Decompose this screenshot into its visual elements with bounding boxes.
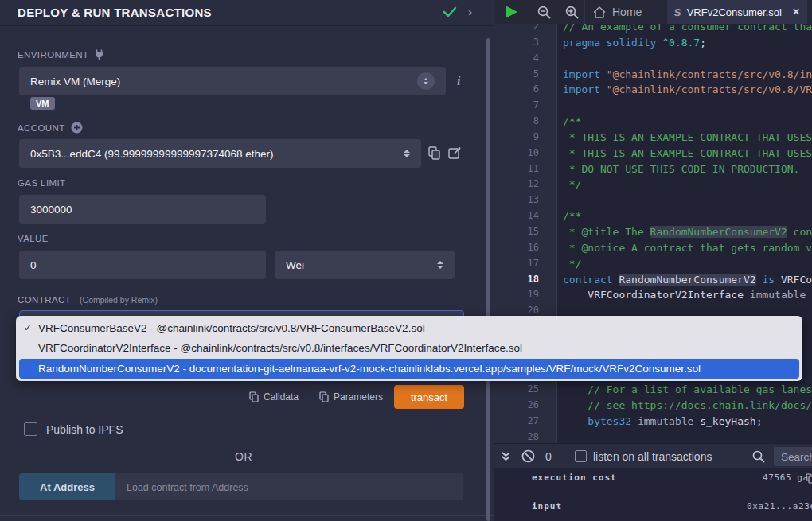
contract-label: CONTRACT (Compiled by Remix): [18, 295, 158, 305]
editor-region: Home S VRFv2Consumer.sol ✕ 2// An exampl…: [494, 0, 812, 521]
close-tab-icon[interactable]: ✕: [792, 6, 800, 17]
run-script-play-icon[interactable]: [505, 0, 518, 24]
environment-select[interactable]: Remix VM (Merge): [19, 67, 446, 95]
zoom-in-icon[interactable]: [565, 0, 579, 24]
at-address-button[interactable]: At Address: [19, 473, 115, 500]
collapse-panel-chevron-icon[interactable]: ›: [468, 5, 472, 18]
section-divider: [0, 515, 494, 516]
add-account-icon[interactable]: [71, 122, 83, 134]
value-input[interactable]: [19, 251, 266, 279]
editor-tabbar: Home S VRFv2Consumer.sol ✕: [494, 0, 812, 24]
at-address-input[interactable]: [115, 473, 463, 500]
contract-sublabel: (Compiled by Remix): [80, 295, 158, 305]
deploy-actions-row: Calldata Parameters transact: [0, 385, 464, 409]
code-line-3: 3pragma solidity ^0.8.7;: [494, 35, 812, 51]
environment-label: ENVIRONMENT: [18, 49, 104, 60]
tab-home[interactable]: Home: [584, 0, 664, 24]
parameters-label: Parameters: [334, 391, 383, 402]
code-line-25: 25 // For a list of available gas lanes …: [494, 382, 812, 398]
or-divider: OR: [0, 450, 487, 463]
transaction-count-badge: 0: [545, 444, 552, 469]
plug-icon: [94, 49, 104, 60]
code-line-2: 2// An example of a consumer contract th…: [494, 24, 812, 35]
value-label: VALUE: [18, 234, 49, 243]
panel-scrollbar[interactable]: [486, 38, 490, 521]
select-caret-icon: [404, 150, 410, 157]
environment-info-icon[interactable]: i: [457, 74, 460, 88]
calldata-button[interactable]: Calldata: [249, 391, 299, 402]
listen-all-transactions-label: listen on all transactions: [593, 444, 712, 469]
clear-console-icon[interactable]: [521, 444, 535, 469]
code-line-27: 27 bytes32 immutable s_keyHash;: [494, 414, 812, 430]
terminal-search-input[interactable]: [774, 447, 812, 466]
terminal-search-icon: [752, 444, 765, 469]
sign-message-icon[interactable]: [448, 146, 462, 160]
code-line-8: 8/**: [494, 114, 812, 130]
solidity-file-icon: S: [673, 6, 682, 18]
code-line-16: 16 * @notice A contract that gets random…: [494, 240, 812, 256]
option-label: RandomNumberConsumerV2 - documentation-g…: [38, 363, 701, 375]
value-unit: Wei: [286, 259, 437, 271]
listen-all-transactions-checkbox[interactable]: [575, 444, 587, 469]
account-value: 0x5B3...eddC4 (99.99999999999997374068 e…: [30, 148, 404, 160]
publish-ipfs-checkbox[interactable]: [24, 422, 37, 436]
code-line-6: 6import "@chainlink/contracts/src/v0.8/V…: [494, 82, 812, 98]
value-unit-select[interactable]: Wei: [275, 251, 455, 279]
code-line-28: 28: [494, 430, 812, 443]
calldata-label: Calldata: [264, 391, 299, 402]
contract-dropdown-menu: ✓VRFConsumerBaseV2 - @chainlink/contract…: [16, 316, 802, 381]
terminal-row-value: 0xa21...a23e4: [747, 501, 812, 511]
code-line-14: 14/**: [494, 208, 812, 224]
option-checkmark-icon: ✓: [24, 318, 35, 338]
panel-title: DEPLOY & RUN TRANSACTIONS: [18, 6, 212, 19]
code-line-12: 12 */: [494, 177, 812, 192]
contract-option[interactable]: ✓VRFConsumerBaseV2 - @chainlink/contract…: [16, 318, 802, 338]
code-line-17: 17 */: [494, 256, 812, 272]
gas-limit-input[interactable]: [19, 195, 266, 224]
panel-header: DEPLOY & RUN TRANSACTIONS ›: [0, 0, 494, 26]
code-line-4: 4: [494, 51, 812, 67]
expand-terminal-icon[interactable]: [501, 444, 511, 469]
gas-limit-label: GAS LIMIT: [18, 178, 65, 188]
code-line-13: 13: [494, 192, 812, 208]
remix-ide: DEPLOY & RUN TRANSACTIONS › ENVIRONMENT …: [0, 0, 812, 521]
parameters-button[interactable]: Parameters: [319, 391, 383, 402]
select-caret-icon: [417, 72, 435, 90]
copy-parameters-icon: [319, 391, 329, 402]
deploy-run-panel: DEPLOY & RUN TRANSACTIONS › ENVIRONMENT …: [0, 0, 494, 521]
code-line-19: 19 VRFCoordinatorV2Interface immutable C…: [494, 287, 812, 303]
account-label: ACCOUNT: [18, 122, 83, 134]
terminal-log[interactable]: execution cost47565 gasinput0xa21...a23e…: [494, 468, 812, 521]
contract-option[interactable]: VRFCoordinatorV2Interface - @chainlink/c…: [16, 338, 802, 358]
transact-button[interactable]: transact: [394, 385, 464, 409]
terminal-row-key: input: [532, 501, 562, 511]
publish-ipfs-label: Publish to IPFS: [46, 423, 123, 436]
tab-vrfv2consumer[interactable]: S VRFv2Consumer.sol ✕: [667, 0, 807, 24]
file-tab-label: VRFv2Consumer.sol: [687, 6, 782, 18]
option-label: VRFCoordinatorV2Interface - @chainlink/c…: [38, 342, 522, 354]
terminal-row-value: 47565 gas: [763, 472, 812, 483]
copy-account-icon[interactable]: [428, 146, 440, 160]
code-line-5: 5import "@chainlink/contracts/src/v0.8/i…: [494, 67, 812, 83]
code-line-18: 18contract RandomNumberConsumerV2 is VRF…: [494, 272, 812, 288]
terminal-row-key: execution cost: [532, 472, 617, 483]
terminal-row: execution cost47565 gas: [494, 471, 812, 485]
terminal-toolbar: 0 listen on all transactions: [494, 443, 812, 468]
home-tab-label: Home: [612, 6, 642, 18]
option-label: VRFConsumerBaseV2 - @chainlink/contracts…: [38, 322, 425, 334]
code-line-11: 11 * DO NOT USE THIS CODE IN PRODUCTION.: [494, 161, 812, 177]
code-line-7: 7: [494, 98, 812, 114]
zoom-out-icon[interactable]: [537, 0, 551, 24]
copy-value-icon[interactable]: [806, 473, 812, 484]
contract-option[interactable]: RandomNumberConsumerV2 - documentation-g…: [19, 359, 799, 379]
code-line-10: 10 * THIS IS AN EXAMPLE CONTRACT THAT US…: [494, 146, 812, 161]
publish-to-ipfs-row: Publish to IPFS: [24, 422, 123, 436]
home-icon: [593, 6, 606, 18]
code-line-9: 9 * THIS IS AN EXAMPLE CONTRACT THAT USE…: [494, 130, 812, 146]
environment-value: Remix VM (Merge): [30, 76, 417, 87]
compile-success-check-icon: [443, 6, 457, 18]
vm-badge: VM: [30, 97, 55, 110]
code-line-26: 26 // see https://docs.chain.link/docs/v…: [494, 398, 812, 414]
account-select[interactable]: 0x5B3...eddC4 (99.99999999999997374068 e…: [19, 139, 421, 168]
terminal-row: input0xa21...a23e4: [494, 500, 812, 514]
